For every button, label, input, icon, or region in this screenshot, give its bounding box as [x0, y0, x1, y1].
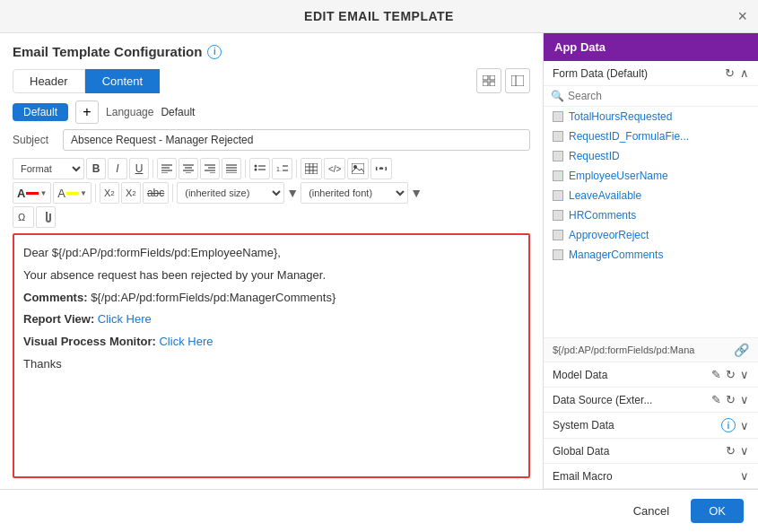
align-center-button[interactable] — [179, 158, 198, 179]
app-data-title: App Data — [554, 40, 606, 54]
refresh-form-data-button[interactable]: ↻ — [725, 66, 735, 80]
special-char-button[interactable]: Ω — [13, 206, 34, 228]
selected-field-text: ${/pd:AP/pd:formFields/pd:Mana — [553, 344, 694, 355]
link-field-icon[interactable]: 🔗 — [734, 343, 749, 357]
ok-button[interactable]: OK — [691, 499, 744, 523]
image-button[interactable] — [347, 158, 369, 179]
refresh-data-source-button[interactable]: ↻ — [726, 393, 736, 406]
footer: Cancel OK — [0, 489, 758, 532]
subscript-button[interactable]: X2 — [100, 182, 119, 204]
section-row-model-data[interactable]: Model Data ✎ ↻ ∨ — [544, 362, 758, 388]
align-left-button[interactable] — [157, 158, 177, 179]
subject-input[interactable] — [63, 129, 530, 151]
item-label: HRComments — [569, 209, 636, 222]
expand-email-macro-button[interactable]: ∨ — [740, 469, 749, 483]
svg-point-22 — [255, 165, 257, 168]
edit-model-data-button[interactable]: ✎ — [711, 368, 721, 381]
svg-rect-0 — [483, 75, 488, 80]
editor-line5-label: Visual Process Monitor: — [23, 335, 156, 348]
editor-area[interactable]: Dear ${/pd:AP/pd:formFields/pd:EmployeeN… — [13, 233, 530, 478]
app-data-header: App Data — [544, 33, 758, 61]
section-data-source-icons: ✎ ↻ ∨ — [711, 393, 749, 406]
refresh-global-data-button[interactable]: ↻ — [726, 444, 736, 458]
font-size-select[interactable]: (inherited size) — [177, 182, 284, 204]
align-right-button[interactable] — [200, 158, 220, 179]
code-button[interactable]: </> — [324, 158, 345, 179]
size-chevron[interactable]: ▼ — [286, 186, 299, 200]
list-item[interactable]: TotalHoursRequested — [544, 107, 758, 126]
edit-data-source-button[interactable]: ✎ — [711, 393, 721, 406]
svg-text:1.: 1. — [276, 166, 282, 172]
view-icon-2[interactable] — [505, 68, 530, 93]
attachment-button[interactable] — [36, 206, 56, 228]
list-item[interactable]: LeaveAvailable — [544, 186, 758, 205]
tab-content[interactable]: Content — [85, 69, 161, 93]
section-row-data-source[interactable]: Data Source (Exter... ✎ ↻ ∨ — [544, 388, 758, 413]
underline-button[interactable]: U — [129, 158, 149, 179]
section-row-global-data[interactable]: Global Data ↻ ∨ — [544, 439, 758, 464]
modal-header: EDIT EMAIL TEMPLATE × — [0, 0, 758, 33]
table-button[interactable] — [301, 158, 322, 179]
info-icon: i — [207, 45, 222, 59]
tab-header[interactable]: Header — [13, 69, 85, 93]
link-button[interactable] — [370, 158, 392, 179]
toolbar-divider-1 — [152, 160, 153, 178]
editor-line-5: Visual Process Monitor: Click Here — [23, 333, 519, 352]
close-button[interactable]: × — [737, 8, 747, 24]
toolbar: Format B I U — [13, 158, 530, 228]
ol-button[interactable]: 1. — [272, 158, 292, 179]
language-label: Language — [106, 106, 153, 118]
format-select[interactable]: Format — [13, 158, 84, 179]
list-item[interactable]: ManagerComments — [544, 245, 758, 265]
refresh-model-data-button[interactable]: ↻ — [726, 368, 736, 381]
ul-button[interactable] — [249, 158, 270, 179]
default-lang-button[interactable]: Default — [13, 103, 68, 121]
italic-button[interactable]: I — [108, 158, 127, 179]
expand-system-data-button[interactable]: ∨ — [740, 419, 749, 432]
item-label: EmployeeUserName — [569, 170, 668, 182]
expand-data-source-button[interactable]: ∨ — [740, 393, 749, 406]
search-input[interactable] — [568, 90, 751, 102]
bold-button[interactable]: B — [86, 158, 106, 179]
item-icon — [553, 190, 563, 201]
svg-rect-29 — [305, 163, 318, 174]
section-row-system-data[interactable]: System Data i ∨ — [544, 413, 758, 439]
expand-global-data-button[interactable]: ∨ — [740, 444, 749, 458]
svg-point-23 — [255, 169, 257, 171]
modal-body: Email Template Configuration i Header Co… — [0, 33, 758, 489]
list-item[interactable]: EmployeeUserName — [544, 166, 758, 186]
editor-line-6: Thanks — [23, 355, 519, 374]
section-title-text: Email Template Configuration — [13, 44, 202, 59]
editor-line4-link[interactable]: Click Here — [98, 312, 152, 326]
item-icon — [553, 230, 563, 240]
list-item[interactable]: ApproveorReject — [544, 225, 758, 245]
highlight-color-button[interactable]: A ▼ — [53, 182, 91, 204]
collapse-form-data-button[interactable]: ∧ — [740, 66, 749, 80]
list-item[interactable]: RequestID — [544, 146, 758, 166]
superscript-button[interactable]: X2 — [121, 182, 141, 204]
cancel-button[interactable]: Cancel — [621, 499, 682, 523]
view-icon-1[interactable] — [476, 68, 501, 93]
form-data-label: Form Data (Default) — [553, 67, 648, 80]
list-item[interactable]: HRComments — [544, 205, 758, 225]
section-title: Email Template Configuration i — [13, 44, 530, 59]
add-lang-button[interactable]: + — [75, 100, 99, 124]
strikethrough-button[interactable]: abc — [143, 182, 169, 204]
item-icon — [553, 210, 563, 221]
item-label: ManagerComments — [569, 249, 663, 261]
list-item[interactable]: RequestID_FormulaFie... — [544, 126, 758, 146]
selected-field-row: ${/pd:AP/pd:formFields/pd:Mana 🔗 — [544, 337, 758, 362]
right-panel: App Data Form Data (Default) ↻ ∧ 🔍 — [543, 33, 758, 489]
expand-model-data-button[interactable]: ∨ — [740, 368, 749, 381]
section-row-email-macro[interactable]: Email Macro ∨ — [544, 464, 758, 489]
section-system-data-label: System Data — [553, 419, 614, 432]
font-color-button[interactable]: A ▼ — [13, 182, 51, 204]
item-icon — [553, 151, 563, 161]
font-family-select[interactable]: (inherited font) — [301, 182, 408, 204]
font-chevron[interactable]: ▼ — [410, 186, 423, 200]
item-icon — [553, 170, 563, 181]
justify-button[interactable] — [222, 158, 241, 179]
toolbar-row-1: Format B I U — [13, 158, 530, 179]
editor-line5-link[interactable]: Click Here — [159, 335, 213, 348]
svg-rect-2 — [483, 82, 488, 86]
